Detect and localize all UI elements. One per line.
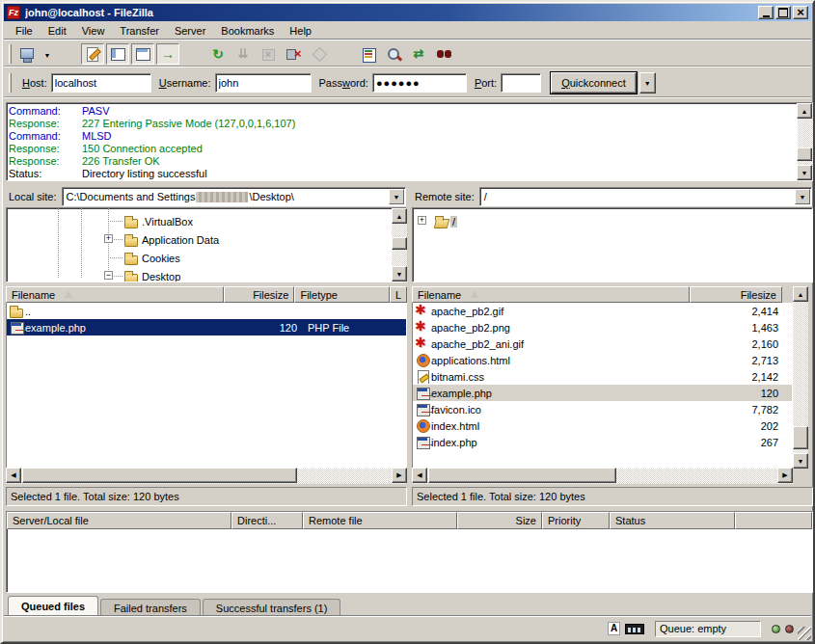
file-row[interactable]: index.html 202 — [413, 417, 792, 434]
column-header[interactable]: Server/Local file — [7, 512, 231, 529]
column-header[interactable]: Filename — [412, 286, 690, 303]
local-hscroll-right-icon[interactable] — [392, 468, 407, 483]
local-tree-scroll-up-icon[interactable] — [392, 208, 407, 224]
tree-expander-icon[interactable]: − — [104, 271, 113, 280]
filter — [361, 46, 377, 62]
toolbar-button-find-files[interactable] — [432, 43, 455, 65]
toolbar-button-cancel-operation[interactable] — [257, 43, 280, 65]
toolbar-button-toggle-remote-tree[interactable] — [131, 43, 154, 65]
local-tree-item[interactable]: Cookies — [7, 249, 406, 267]
window-control-maximize[interactable] — [775, 6, 791, 19]
toolbar-button-site-manager[interactable] — [15, 43, 39, 65]
remote-list-scrollbar[interactable] — [793, 286, 808, 469]
quickconnect-dropdown-button[interactable] — [639, 72, 656, 94]
toolbar-button-compare-directories[interactable] — [382, 43, 405, 65]
remote-scroll-thumb[interactable] — [793, 426, 808, 449]
column-header[interactable]: L — [390, 286, 407, 303]
toolbar-button-toggle-tree-views[interactable] — [106, 43, 129, 65]
menu-bookmarks[interactable]: Bookmarks — [213, 23, 282, 39]
file-row[interactable]: apache_pb2_ani.gif 2,160 — [413, 335, 792, 352]
column-header[interactable]: Filetype — [294, 286, 390, 303]
column-header[interactable]: Filesize — [224, 286, 294, 303]
toolbar-button-toggle-transfer-queue[interactable] — [156, 43, 179, 65]
column-header[interactable]: Remote file — [303, 512, 457, 529]
local-tree-scrollbar[interactable] — [392, 208, 407, 282]
log-scrollbar[interactable] — [798, 103, 813, 180]
toolbar-button-synchronized-browsing[interactable] — [407, 43, 430, 65]
local-site-dropdown-icon[interactable] — [389, 189, 404, 204]
local-list-hscrollbar[interactable] — [6, 469, 407, 484]
menu-view[interactable]: View — [74, 23, 113, 39]
local-tree-scroll-down-icon[interactable] — [392, 266, 407, 282]
toolbar-button-process-queue[interactable] — [231, 43, 255, 65]
file-row[interactable]: example.php 120 PHP File 1 — [7, 319, 406, 335]
remote-site-combobox[interactable]: / — [479, 187, 812, 206]
toolbar-button-disconnect[interactable] — [282, 43, 305, 65]
file-row[interactable]: favicon.ico 7,782 — [413, 401, 792, 417]
local-hscroll-thumb[interactable] — [22, 468, 297, 483]
remote-hscroll-thumb[interactable] — [428, 468, 616, 483]
toolbar-button-filter[interactable] — [357, 43, 380, 65]
host-input[interactable] — [51, 73, 151, 93]
queue-tab[interactable]: Queued files — [8, 596, 98, 617]
remote-list-hscrollbar[interactable] — [412, 469, 793, 484]
local-tree-item[interactable]: .VirtualBox — [7, 212, 406, 230]
tree-expander-icon[interactable]: + — [104, 234, 113, 243]
menu-file[interactable]: File — [8, 23, 41, 39]
file-row[interactable]: applications.html 2,713 — [413, 352, 792, 368]
local-tree-item[interactable]: − Desktop — [7, 267, 406, 282]
toolbar-button-reconnect[interactable] — [307, 43, 330, 65]
menu-bar: File Edit View Transfer Server Bookmarks… — [4, 21, 811, 40]
remote-scroll-down-icon[interactable] — [793, 453, 808, 469]
queue-tab[interactable]: Failed transfers — [100, 599, 201, 617]
local-tree-item[interactable]: + Application Data — [7, 230, 406, 249]
title-bar[interactable]: Fz john@localhost - FileZilla — [4, 4, 811, 21]
window-control-minimize[interactable] — [758, 6, 774, 19]
tree-expander-icon[interactable]: + — [418, 216, 426, 225]
column-header[interactable]: Size — [457, 512, 542, 529]
password-input[interactable] — [372, 73, 467, 93]
port-input[interactable] — [501, 73, 541, 93]
window-resize-grip[interactable] — [798, 627, 811, 640]
column-header[interactable]: Directi... — [231, 512, 303, 529]
remote-scroll-up-icon[interactable] — [793, 286, 808, 302]
remote-site-dropdown-icon[interactable] — [795, 189, 810, 204]
remote-list-header: Filename Filesize — [412, 286, 793, 303]
log-scroll-thumb[interactable] — [797, 148, 812, 161]
column-header[interactable]: Filesize — [690, 286, 782, 303]
remote-hscroll-left-icon[interactable] — [412, 468, 427, 483]
file-row[interactable]: .. — [7, 303, 406, 319]
folder-icon — [123, 251, 140, 265]
remote-tree-item[interactable]: + / — [413, 212, 812, 230]
toolbar-button-site-manager-dropdown[interactable] — [41, 43, 54, 65]
log-scroll-up-icon[interactable] — [797, 103, 812, 119]
apache — [415, 320, 431, 335]
remote-hscroll-right-icon[interactable] — [777, 468, 793, 483]
local-hscroll-left-icon[interactable] — [6, 468, 21, 483]
local-site-combobox[interactable]: C:\Documents and Settings\Desktop\ — [62, 187, 406, 206]
refresh — [210, 46, 227, 62]
log-scroll-down-icon[interactable] — [797, 165, 812, 180]
toggle-message-log — [85, 46, 101, 62]
toolbar-button-refresh[interactable] — [206, 43, 230, 65]
username-input[interactable] — [215, 73, 312, 93]
menu-help[interactable]: Help — [282, 23, 319, 39]
quickconnect-button[interactable]: Quickconnect — [551, 72, 637, 94]
file-row[interactable]: apache_pb2.gif 2,414 — [413, 303, 792, 319]
column-header[interactable]: Priority — [542, 512, 610, 529]
file-row[interactable]: apache_pb2.png 1,463 — [413, 319, 792, 335]
column-header[interactable]: Status — [610, 512, 735, 529]
window-control-close[interactable] — [793, 6, 808, 19]
host-label: Host: — [22, 77, 47, 89]
menu-transfer[interactable]: Transfer — [112, 23, 167, 39]
queue-tab[interactable]: Successful transfers (1) — [203, 599, 341, 617]
file-row[interactable]: bitnami.css 2,142 — [413, 368, 792, 385]
local-tree-scroll-thumb[interactable] — [392, 237, 407, 250]
toolbar-button-toggle-message-log[interactable] — [81, 43, 104, 65]
column-header[interactable]: Filename — [6, 286, 224, 303]
port-label: Port: — [475, 77, 497, 89]
file-row[interactable]: example.php 120 — [413, 385, 792, 401]
menu-edit[interactable]: Edit — [41, 23, 74, 39]
menu-server[interactable]: Server — [167, 23, 213, 39]
file-row[interactable]: index.php 267 — [413, 434, 792, 450]
